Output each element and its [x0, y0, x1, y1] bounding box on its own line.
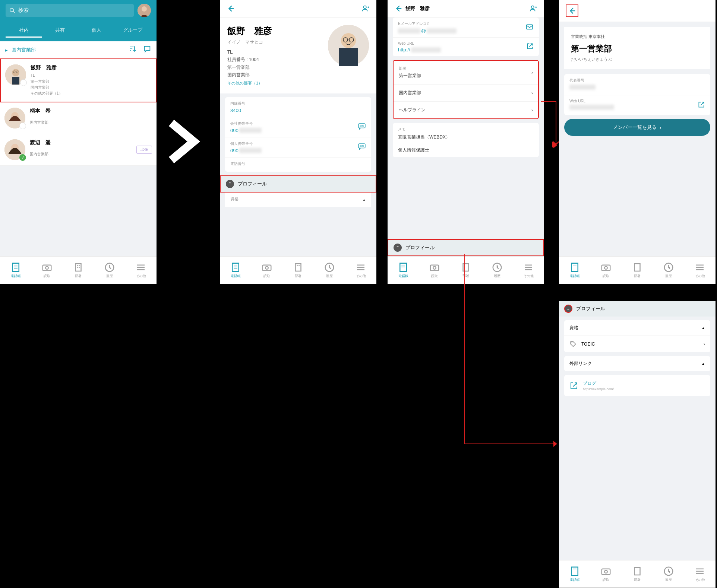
- svg-rect-39: [232, 263, 239, 272]
- field-weburl[interactable]: Web URL: [564, 95, 710, 115]
- svg-rect-22: [77, 267, 78, 268]
- screen-contact-list: 検索 社内 共有 個人 グループ ▸ 国内営業部 飯野 雅彦 T: [0, 0, 157, 284]
- header-title: 飯野 雅彦: [405, 5, 430, 12]
- back-button[interactable]: [566, 4, 578, 17]
- add-person-button[interactable]: [361, 4, 370, 13]
- nav-contacts[interactable]: 電話帳: [10, 262, 21, 279]
- profile-kana: イイノ マサヒコ: [227, 39, 323, 45]
- contact-card: 代表番号 Web URL: [564, 74, 710, 115]
- profile-extra[interactable]: その他の部署（1）: [227, 80, 323, 86]
- nav-scan[interactable]: 読取: [600, 566, 612, 582]
- person-row-watanabe[interactable]: ✓ 渡辺 遥 国内営業部 出張: [0, 134, 157, 166]
- nav-history[interactable]: 履歴: [663, 262, 674, 279]
- nav-dept[interactable]: 部署: [73, 262, 84, 279]
- mail-icon[interactable]: [525, 23, 534, 32]
- field-email2[interactable]: Eメールアドレス2 @: [393, 18, 539, 38]
- qual-item-toeic[interactable]: TOEIC ›: [564, 336, 710, 352]
- nav-history[interactable]: 履歴: [104, 262, 115, 279]
- field-qualifications[interactable]: 資格 ▲: [225, 193, 371, 207]
- helpline-row[interactable]: ヘルプライン ›: [394, 102, 538, 118]
- svg-point-73: [571, 342, 572, 343]
- nav-other[interactable]: その他: [523, 262, 534, 279]
- add-person-button[interactable]: [529, 4, 537, 13]
- ext-links-header[interactable]: 外部リンク ▲: [564, 356, 710, 371]
- back-button[interactable]: [227, 4, 235, 13]
- field-weburl[interactable]: Web URL http://: [393, 38, 539, 56]
- search-input[interactable]: 検索: [6, 4, 134, 17]
- svg-rect-6: [12, 77, 19, 85]
- nav-other[interactable]: その他: [694, 566, 705, 582]
- nav-contacts[interactable]: 電話帳: [569, 566, 580, 582]
- sms-icon[interactable]: SMS: [358, 123, 366, 131]
- nav-history[interactable]: 履歴: [492, 262, 503, 279]
- svg-point-67: [604, 267, 607, 270]
- person-dept: 国内営業部: [30, 151, 152, 157]
- bottom-nav: 電話帳 読取 部署 履歴 その他: [0, 256, 157, 284]
- nav-scan[interactable]: 読取: [261, 262, 272, 279]
- extension-value: 3400: [230, 108, 366, 113]
- ext-link-blog[interactable]: ブログ https://example.com/: [564, 375, 710, 396]
- nav-other[interactable]: その他: [355, 262, 366, 279]
- svg-marker-83: [552, 142, 556, 147]
- svg-marker-85: [553, 441, 557, 447]
- bottom-nav: 電話帳 読取 部署 履歴 その他: [559, 256, 716, 284]
- tab-personal[interactable]: 個人: [78, 24, 115, 38]
- field-rep-number[interactable]: 代表番号: [564, 74, 710, 95]
- svg-point-18: [45, 267, 48, 270]
- external-link-icon[interactable]: [698, 101, 705, 110]
- comment-icon[interactable]: [143, 45, 151, 55]
- nav-scan[interactable]: 読取: [429, 262, 440, 279]
- avatar: [5, 64, 26, 85]
- svg-point-5: [12, 69, 19, 76]
- user-avatar[interactable]: [138, 4, 151, 17]
- person-row-emoto[interactable]: 柄本 希 国内営業部: [0, 102, 157, 134]
- svg-rect-46: [297, 265, 298, 266]
- external-link-icon[interactable]: [526, 42, 534, 51]
- member-list-button[interactable]: メンバー一覧を見る ›: [564, 119, 710, 136]
- qual-header[interactable]: 資格 ▲: [564, 320, 710, 336]
- chevron-right-icon: ›: [660, 125, 661, 130]
- avatar: [4, 108, 25, 128]
- field-extension[interactable]: 内線番号 3400: [225, 97, 371, 117]
- nav-history[interactable]: 履歴: [663, 566, 674, 582]
- nav-other[interactable]: その他: [694, 262, 705, 279]
- nav-contacts[interactable]: 電話帳: [398, 262, 409, 279]
- memo-card: メモ 直販営業担当（WEBDX） 個人情報保護士: [393, 123, 539, 157]
- field-personal-mobile[interactable]: 個人携帯番号 090 SMS: [225, 137, 371, 158]
- nav-contacts[interactable]: 電話帳: [230, 262, 241, 279]
- nav-scan[interactable]: 読取: [600, 262, 612, 279]
- svg-point-3: [142, 6, 147, 12]
- avatar: ✓: [4, 139, 25, 160]
- tab-shared[interactable]: 共有: [42, 24, 79, 38]
- tab-internal[interactable]: 社内: [6, 24, 42, 38]
- nav-contacts[interactable]: 電話帳: [569, 262, 580, 279]
- tab-group[interactable]: グループ: [115, 24, 151, 38]
- breadcrumb[interactable]: ▸ 国内営業部: [5, 47, 36, 53]
- nav-other[interactable]: その他: [135, 262, 146, 279]
- nav-dept[interactable]: 部署: [293, 262, 304, 279]
- nav-scan[interactable]: 読取: [41, 262, 53, 279]
- chevron-up-icon: ▲: [362, 198, 366, 202]
- field-work-mobile[interactable]: 会社携帯番号 090 SMS: [225, 117, 371, 137]
- nav-dept[interactable]: 部署: [632, 566, 643, 582]
- sms-icon[interactable]: SMS: [358, 143, 366, 151]
- nav-history[interactable]: 履歴: [324, 262, 335, 279]
- profile-section-header[interactable]: ⌃ プロフィール: [388, 239, 544, 256]
- svg-rect-78: [635, 568, 640, 575]
- profile-section-header[interactable]: ⌄ プロフィール: [559, 301, 716, 317]
- field-phone[interactable]: 電話番号: [225, 158, 371, 172]
- dept-row-2[interactable]: 国内営業部 ›: [394, 85, 538, 102]
- dept-row-1[interactable]: 部署 第一営業部 ›: [394, 61, 538, 85]
- annotation-arrowhead: [542, 112, 561, 149]
- bottom-nav: 電話帳 読取 部署 履歴 その他: [220, 256, 376, 284]
- back-button[interactable]: [394, 4, 402, 13]
- sort-icon[interactable]: [129, 45, 136, 55]
- email-card: Eメールアドレス2 @ Web URL http://: [393, 18, 539, 56]
- external-links-card: 外部リンク ▲: [564, 356, 710, 371]
- nav-dept[interactable]: 部署: [460, 262, 471, 279]
- blurred-value: [569, 105, 614, 110]
- person-row-iino[interactable]: 飯野 雅彦 TL 第一営業部 国内営業部 その他の部署（1）: [0, 58, 157, 102]
- profile-section-header[interactable]: ⌃ プロフィール: [220, 175, 376, 193]
- person-dept2: 国内営業部: [31, 85, 151, 90]
- nav-dept[interactable]: 部署: [632, 262, 643, 279]
